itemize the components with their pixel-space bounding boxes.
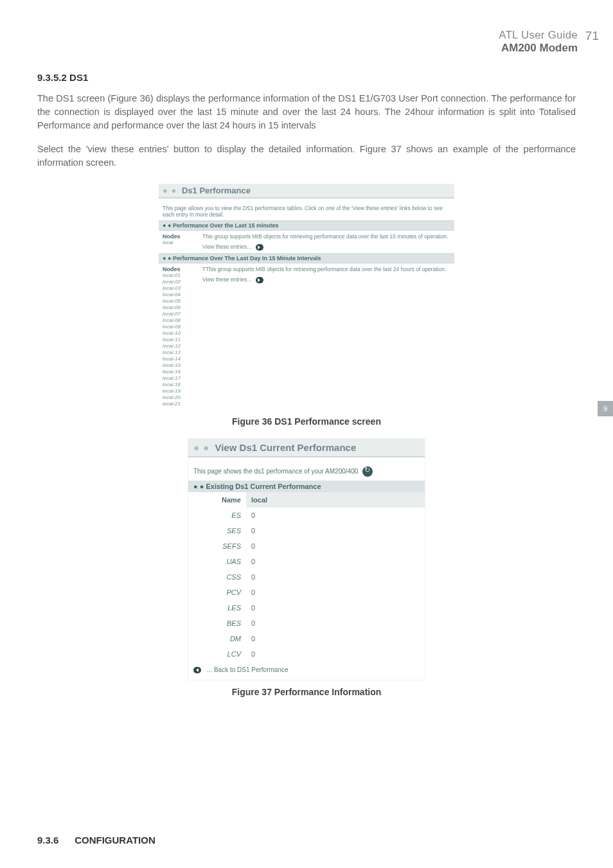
node-link[interactable]: local-15 <box>163 362 195 369</box>
screenshot-title: Ds1 Performance <box>182 186 251 195</box>
screenshot-intro: This page shows the ds1 performance of y… <box>188 457 425 481</box>
table-row: LCV0 <box>188 646 425 662</box>
nodes-header: Nodes <box>163 266 195 272</box>
table-row: CSS0 <box>188 569 425 585</box>
figure-36-caption: Figure 36 DS1 Performance screen <box>37 416 576 427</box>
panel-bar-15min: ● ● Performance Over the Last 15 minutes <box>159 220 454 231</box>
metric-value: 0 <box>246 538 425 554</box>
name-label: Name <box>188 492 246 508</box>
metric-value: 0 <box>246 616 425 631</box>
table-row: SEFS0 <box>188 538 425 554</box>
table-row: DM0 <box>188 631 425 646</box>
screenshot-title-bar: ● ● Ds1 Performance <box>159 184 454 199</box>
section-title: DS1 <box>69 72 88 83</box>
metric-value: 0 <box>246 585 425 600</box>
refresh-icon[interactable] <box>362 466 373 477</box>
indicator-dots-icon: ● ● <box>163 222 171 229</box>
metric-label: BES <box>188 616 246 631</box>
node-link[interactable]: local-05 <box>163 298 195 305</box>
table-row: BES0 <box>188 616 425 631</box>
existing-performance-bar: ● ● Existing Ds1 Current Performance <box>188 481 425 492</box>
page-number: 71 <box>585 29 599 43</box>
node-link[interactable]: local-09 <box>163 324 195 330</box>
section-heading-configuration: 9.3.6 CONFIGURATION <box>37 835 155 846</box>
node-link[interactable]: local-11 <box>163 337 195 343</box>
metric-value: 0 <box>246 554 425 569</box>
screenshot-title: View Ds1 Current Performance <box>215 442 356 453</box>
nodes-column: Nodes local <box>159 231 199 253</box>
node-link[interactable]: local-04 <box>163 292 195 298</box>
metric-label: ES <box>188 508 246 523</box>
arrow-left-icon <box>193 667 201 673</box>
section-heading-ds1: 9.3.5.2 DS1 <box>37 72 576 83</box>
back-link[interactable]: ... Back to DS1 Performance <box>193 666 289 673</box>
chapter-tab: 9 <box>598 401 613 416</box>
metric-value: 0 <box>246 569 425 585</box>
metric-label: LES <box>188 600 246 616</box>
node-link[interactable]: local <box>163 240 195 246</box>
panel-bar-lastday: ● ● Performance Over The Last Day In 15 … <box>159 253 454 263</box>
table-row: SES0 <box>188 523 425 538</box>
page-header: ATL User Guide 71 AM200 Modem <box>499 29 578 55</box>
node-link[interactable]: local-07 <box>163 311 195 317</box>
metric-label: LCV <box>188 646 246 662</box>
table-row: ES0 <box>188 508 425 523</box>
metric-label: UAS <box>188 554 246 569</box>
metric-label: CSS <box>188 569 246 585</box>
section-number: 9.3.5.2 <box>37 72 67 83</box>
panel-description: TThis group supports MIB objects for ret… <box>202 266 450 272</box>
metric-value: 0 <box>246 631 425 646</box>
node-link[interactable]: local-21 <box>163 401 195 407</box>
table-row: LES0 <box>188 600 425 616</box>
view-entries-link[interactable]: View these entries... <box>202 276 263 283</box>
indicator-dots-icon: ● ● <box>163 255 171 261</box>
screenshot-title-bar: ● ● View Ds1 Current Performance <box>188 439 425 457</box>
screenshot-intro: This page allows you to view the DS1 per… <box>159 199 454 220</box>
node-link[interactable]: local-19 <box>163 388 195 394</box>
performance-table: Name local ES0SES0SEFS0UAS0CSS0PCV0LES0B… <box>188 492 425 662</box>
manual-title: ATL User Guide <box>499 29 578 41</box>
node-link[interactable]: local-08 <box>163 317 195 324</box>
node-link[interactable]: local-10 <box>163 330 195 337</box>
indicator-dots-icon: ● ● <box>193 442 209 453</box>
node-link[interactable]: local-13 <box>163 350 195 356</box>
metric-value: 0 <box>246 523 425 538</box>
node-link[interactable]: local-03 <box>163 285 195 292</box>
node-link[interactable]: local-16 <box>163 369 195 375</box>
section-title: CONFIGURATION <box>75 835 155 846</box>
node-link[interactable]: local-14 <box>163 356 195 362</box>
node-link[interactable]: local-02 <box>163 279 195 285</box>
figure-36-screenshot: ● ● Ds1 Performance This page allows you… <box>159 184 454 410</box>
node-link[interactable]: local-17 <box>163 375 195 382</box>
metric-label: DM <box>188 631 246 646</box>
name-value: local <box>246 492 425 508</box>
metric-label: PCV <box>188 585 246 600</box>
node-link[interactable]: local-01 <box>163 272 195 279</box>
arrow-right-icon <box>256 244 263 251</box>
figure-37-caption: Figure 37 Performance Information <box>37 687 576 697</box>
paragraph: The DS1 screen (Figure 36) displays the … <box>37 92 576 132</box>
metric-value: 0 <box>246 646 425 662</box>
node-link[interactable]: local-20 <box>163 394 195 401</box>
panel-description: This group supports MIB objects for retr… <box>202 233 450 240</box>
node-link[interactable]: local-18 <box>163 382 195 388</box>
view-entries-link[interactable]: View these entries... <box>202 244 263 251</box>
paragraph: Select the 'view these entries' button t… <box>37 143 576 170</box>
indicator-dots-icon: ● ● <box>193 483 204 490</box>
nodes-column: Nodes local-01local-02local-03local-04lo… <box>159 263 199 410</box>
metric-value: 0 <box>246 508 425 523</box>
nodes-header: Nodes <box>163 233 195 240</box>
model-name: AM200 Modem <box>501 42 578 54</box>
node-link[interactable]: local-06 <box>163 305 195 311</box>
arrow-right-icon <box>256 277 263 283</box>
metric-label: SEFS <box>188 538 246 554</box>
table-row: PCV0 <box>188 585 425 600</box>
figure-37-screenshot: ● ● View Ds1 Current Performance This pa… <box>188 438 425 680</box>
indicator-dots-icon: ● ● <box>163 186 177 195</box>
metric-value: 0 <box>246 600 425 616</box>
metric-label: SES <box>188 523 246 538</box>
table-row: UAS0 <box>188 554 425 569</box>
node-link[interactable]: local-12 <box>163 343 195 350</box>
section-number: 9.3.6 <box>37 835 72 846</box>
